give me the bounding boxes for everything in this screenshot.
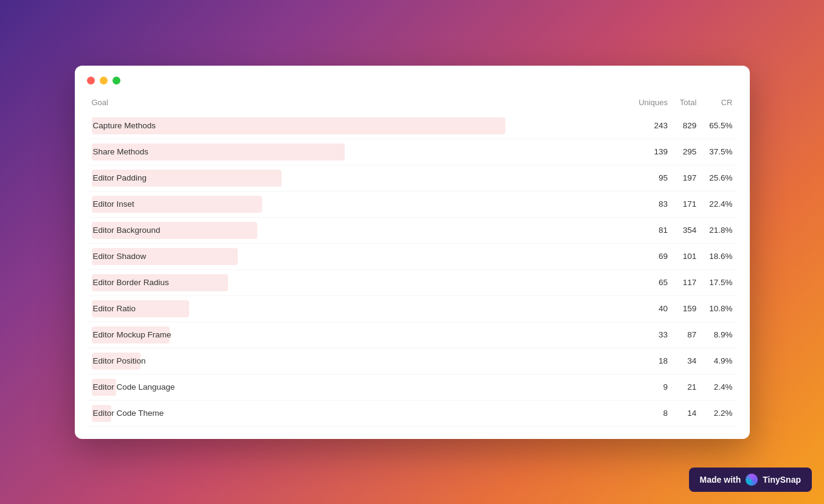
total-cell: 829 (673, 113, 701, 139)
made-with-badge: Made with TinySnap (689, 468, 812, 492)
total-cell: 159 (673, 295, 701, 322)
table-row: Editor Shadow 69 101 18.6% (87, 243, 738, 269)
goal-cell: Editor Border Radius (87, 269, 631, 295)
goal-label: Editor Inset (92, 199, 134, 209)
total-cell: 171 (673, 191, 701, 217)
goal-cell: Editor Position (87, 348, 631, 374)
col-header-uniques: Uniques (630, 94, 672, 113)
uniques-cell: 8 (630, 400, 672, 426)
goal-label: Editor Code Theme (92, 409, 164, 418)
goal-cell: Editor Padding (87, 165, 631, 191)
goal-label: Editor Position (92, 356, 146, 365)
table-row: Share Methods 139 295 37.5% (87, 139, 738, 165)
cr-cell: 17.5% (701, 269, 737, 295)
uniques-cell: 95 (630, 165, 672, 191)
total-cell: 87 (673, 322, 701, 348)
badge-text: Made with (700, 475, 741, 485)
total-cell: 101 (673, 243, 701, 269)
minimize-dot[interactable] (100, 77, 108, 85)
table-row: Editor Inset 83 171 22.4% (87, 191, 738, 217)
goal-cell: Editor Code Language (87, 374, 631, 400)
uniques-cell: 81 (630, 217, 672, 243)
goal-label: Share Methods (92, 147, 149, 156)
goal-cell: Editor Shadow (87, 243, 631, 269)
total-cell: 34 (673, 348, 701, 374)
cr-cell: 4.9% (701, 348, 737, 374)
uniques-cell: 18 (630, 348, 672, 374)
table-container: Goal Uniques Total CR Capture Methods 24… (75, 94, 750, 427)
cr-cell: 8.9% (701, 322, 737, 348)
table-row: Capture Methods 243 829 65.5% (87, 113, 738, 139)
table-row: Editor Code Theme 8 14 2.2% (87, 400, 738, 426)
badge-brand: TinySnap (763, 475, 801, 485)
col-header-total: Total (673, 94, 701, 113)
total-cell: 197 (673, 165, 701, 191)
goal-label: Editor Shadow (92, 252, 147, 261)
table-row: Editor Mockup Frame 33 87 8.9% (87, 322, 738, 348)
goal-label: Editor Code Language (92, 382, 175, 392)
goal-label: Editor Padding (92, 173, 147, 182)
table-row: Editor Code Language 9 21 2.4% (87, 374, 738, 400)
cr-cell: 2.2% (701, 400, 737, 426)
uniques-cell: 65 (630, 269, 672, 295)
maximize-dot[interactable] (113, 77, 120, 85)
goal-label: Editor Background (92, 226, 161, 235)
goal-cell: Capture Methods (87, 113, 631, 139)
uniques-cell: 83 (630, 191, 672, 217)
col-header-cr: CR (701, 94, 737, 113)
cr-cell: 10.8% (701, 295, 737, 322)
uniques-cell: 9 (630, 374, 672, 400)
goal-cell: Editor Inset (87, 191, 631, 217)
total-cell: 14 (673, 400, 701, 426)
cr-cell: 21.8% (701, 217, 737, 243)
col-header-goal: Goal (87, 94, 631, 113)
cr-cell: 37.5% (701, 139, 737, 165)
goal-cell: Editor Code Theme (87, 400, 631, 426)
total-cell: 117 (673, 269, 701, 295)
goals-table: Goal Uniques Total CR Capture Methods 24… (87, 94, 738, 427)
title-bar (75, 66, 750, 94)
goal-cell: Share Methods (87, 139, 631, 165)
cr-cell: 65.5% (701, 113, 737, 139)
cr-cell: 2.4% (701, 374, 737, 400)
goal-cell: Editor Ratio (87, 295, 631, 322)
table-row: Editor Border Radius 65 117 17.5% (87, 269, 738, 295)
total-cell: 354 (673, 217, 701, 243)
table-row: Editor Ratio 40 159 10.8% (87, 295, 738, 322)
close-dot[interactable] (87, 77, 95, 85)
cr-cell: 25.6% (701, 165, 737, 191)
goal-label: Editor Border Radius (92, 278, 169, 287)
cr-cell: 18.6% (701, 243, 737, 269)
table-row: Editor Position 18 34 4.9% (87, 348, 738, 374)
cr-cell: 22.4% (701, 191, 737, 217)
uniques-cell: 33 (630, 322, 672, 348)
goal-cell: Editor Mockup Frame (87, 322, 631, 348)
total-cell: 21 (673, 374, 701, 400)
tinysnap-icon (746, 474, 758, 486)
total-cell: 295 (673, 139, 701, 165)
uniques-cell: 139 (630, 139, 672, 165)
goal-label: Editor Mockup Frame (92, 330, 171, 339)
goal-cell: Editor Background (87, 217, 631, 243)
uniques-cell: 40 (630, 295, 672, 322)
goal-label: Capture Methods (92, 121, 156, 130)
uniques-cell: 69 (630, 243, 672, 269)
app-window: Goal Uniques Total CR Capture Methods 24… (75, 66, 750, 439)
uniques-cell: 243 (630, 113, 672, 139)
table-row: Editor Background 81 354 21.8% (87, 217, 738, 243)
goal-label: Editor Ratio (92, 304, 136, 313)
table-row: Editor Padding 95 197 25.6% (87, 165, 738, 191)
